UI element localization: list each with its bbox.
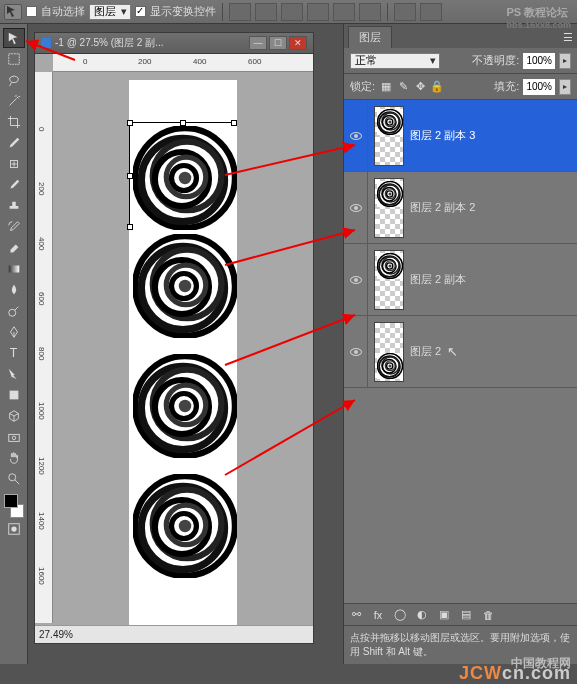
auto-select-checkbox[interactable]: [26, 6, 37, 17]
layer-name[interactable]: 图层 2 副本: [410, 272, 466, 287]
visibility-eye-icon[interactable]: [350, 348, 362, 356]
distribute-btn-1[interactable]: [394, 3, 416, 21]
lock-pixels-icon[interactable]: ✎: [396, 80, 410, 94]
layer-list: 图层 2 副本 3 图层 2 副本 2 图层 2 副本 图层 2 ↖: [344, 100, 577, 603]
link-layers-icon[interactable]: ⚯: [348, 608, 364, 622]
align-btn-6[interactable]: [359, 3, 381, 21]
pen-tool[interactable]: [3, 322, 25, 342]
3d-tool[interactable]: [3, 406, 25, 426]
auto-select-label: 自动选择: [41, 4, 85, 19]
type-tool[interactable]: T: [3, 343, 25, 363]
layer-thumbnail[interactable]: [374, 178, 404, 238]
quickmask-toggle[interactable]: [3, 519, 25, 539]
eyedropper-tool[interactable]: [3, 133, 25, 153]
move-tool-indicator: [4, 4, 22, 20]
layer-row-0[interactable]: 图层 2 副本 3: [344, 100, 577, 172]
eraser-tool[interactable]: [3, 238, 25, 258]
zoom-level[interactable]: 27.49%: [39, 629, 73, 640]
status-bar: 27.49%: [35, 625, 313, 643]
brush-tool[interactable]: [3, 175, 25, 195]
lasso-tool[interactable]: [3, 70, 25, 90]
layers-tab[interactable]: 图层: [348, 26, 392, 48]
lock-all-icon[interactable]: 🔒: [430, 80, 444, 94]
fill-stepper[interactable]: ▸: [559, 79, 571, 95]
lock-transparent-icon[interactable]: ▦: [379, 80, 393, 94]
artboard: [129, 80, 237, 640]
history-brush-tool[interactable]: [3, 217, 25, 237]
svg-rect-0: [8, 54, 19, 65]
visibility-eye-icon[interactable]: [350, 276, 362, 284]
minimize-button[interactable]: —: [249, 36, 267, 50]
dodge-tool[interactable]: [3, 301, 25, 321]
layer-name[interactable]: 图层 2 副本 2: [410, 200, 475, 215]
opacity-input[interactable]: 100%: [523, 53, 555, 69]
opacity-label: 不透明度:: [472, 53, 519, 68]
fx-icon[interactable]: fx: [370, 608, 386, 622]
options-bar: 自动选择 图层 显示变换控件: [0, 0, 577, 24]
mask-icon[interactable]: ◯: [392, 608, 408, 622]
svg-point-8: [8, 474, 15, 481]
document-body: 0 200 400 600 0 200 400 600 800 1000 120…: [34, 54, 314, 644]
path-tool[interactable]: [3, 364, 25, 384]
layer-name[interactable]: 图层 2: [410, 344, 441, 359]
document-window: -1 @ 27.5% (图层 2 副... — ☐ ✕ 0 200 400 60…: [34, 32, 343, 664]
distribute-btn-2[interactable]: [420, 3, 442, 21]
layer-name[interactable]: 图层 2 副本 3: [410, 128, 475, 143]
gradient-tool[interactable]: [3, 259, 25, 279]
layer-row-2[interactable]: 图层 2 副本: [344, 244, 577, 316]
watermark-jcw: JCWcn.com: [459, 663, 571, 684]
maximize-button[interactable]: ☐: [269, 36, 287, 50]
document-title: -1 @ 27.5% (图层 2 副...: [55, 36, 164, 50]
adjustment-icon[interactable]: ◐: [414, 608, 430, 622]
opacity-stepper[interactable]: ▸: [559, 53, 571, 69]
visibility-eye-icon[interactable]: [350, 204, 362, 212]
group-icon[interactable]: ▣: [436, 608, 452, 622]
layer-row-1[interactable]: 图层 2 副本 2: [344, 172, 577, 244]
crop-tool[interactable]: [3, 112, 25, 132]
swirl-layer-1: [133, 126, 237, 230]
cursor-icon: ↖: [447, 344, 458, 359]
zoom-tool[interactable]: [3, 469, 25, 489]
watermark-top: PS 教程论坛 bbs.16xx8.com: [506, 5, 571, 30]
toolbox: T: [0, 24, 28, 664]
wand-tool[interactable]: [3, 91, 25, 111]
ruler-horizontal[interactable]: 0 200 400 600: [53, 54, 313, 72]
layer-thumbnail[interactable]: [374, 250, 404, 310]
visibility-eye-icon[interactable]: [350, 132, 362, 140]
layer-thumbnail[interactable]: [374, 322, 404, 382]
ruler-vertical[interactable]: 0 200 400 600 800 1000 1200 1400 1600: [35, 72, 53, 623]
ps-icon: [41, 38, 51, 48]
camera-tool[interactable]: [3, 427, 25, 447]
panel-menu-icon[interactable]: ☰: [559, 27, 577, 48]
close-button[interactable]: ✕: [289, 36, 307, 50]
fill-input[interactable]: 100%: [523, 79, 555, 95]
marquee-tool[interactable]: [3, 49, 25, 69]
align-btn-5[interactable]: [333, 3, 355, 21]
blend-mode-select[interactable]: 正常: [350, 53, 440, 69]
document-titlebar[interactable]: -1 @ 27.5% (图层 2 副... — ☐ ✕: [34, 32, 314, 54]
color-swatches[interactable]: [2, 494, 26, 518]
align-btn-4[interactable]: [307, 3, 329, 21]
shape-tool[interactable]: [3, 385, 25, 405]
svg-rect-6: [8, 434, 19, 441]
move-tool[interactable]: [3, 28, 25, 48]
align-btn-3[interactable]: [281, 3, 303, 21]
layer-thumbnail[interactable]: [374, 106, 404, 166]
new-layer-icon[interactable]: ▤: [458, 608, 474, 622]
svg-rect-2: [8, 266, 19, 273]
lock-position-icon[interactable]: ✥: [413, 80, 427, 94]
blur-tool[interactable]: [3, 280, 25, 300]
panel-footer-icons: ⚯ fx ◯ ◐ ▣ ▤ 🗑: [344, 603, 577, 625]
trash-icon[interactable]: 🗑: [480, 608, 496, 622]
align-btn-1[interactable]: [229, 3, 251, 21]
canvas-area[interactable]: [53, 72, 313, 623]
stamp-tool[interactable]: [3, 196, 25, 216]
auto-select-target[interactable]: 图层: [89, 4, 131, 20]
swirl-layer-2: [133, 234, 237, 338]
align-btn-2[interactable]: [255, 3, 277, 21]
layer-row-3[interactable]: 图层 2 ↖: [344, 316, 577, 388]
lock-label: 锁定:: [350, 79, 375, 94]
heal-tool[interactable]: [3, 154, 25, 174]
show-transform-checkbox[interactable]: [135, 6, 146, 17]
hand-tool[interactable]: [3, 448, 25, 468]
